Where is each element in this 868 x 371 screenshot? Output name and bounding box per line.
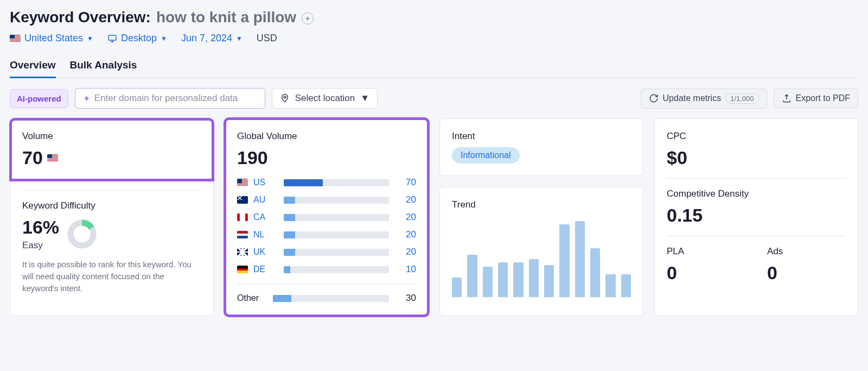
device-filter[interactable]: Desktop ▼ [107,33,167,44]
chevron-down-icon: ▼ [87,35,93,42]
gv-country-code: AU [253,195,278,205]
global-volume-label: Global Volume [237,131,416,142]
page-title-label: Keyword Overview: [10,9,151,26]
kd-level: Easy [22,240,59,251]
gv-row-au[interactable]: AU20 [237,194,416,205]
device-filter-label: Desktop [121,33,157,44]
gv-other-value: 30 [394,293,416,304]
kd-percent: 16% [22,217,59,238]
domain-input-group[interactable]: ✦ [75,88,265,109]
gv-bar [284,231,389,238]
intent-chip: Informational [452,147,520,164]
date-filter-label: Jun 7, 2024 [181,33,232,44]
gv-other-label: Other [237,293,267,303]
kd-donut-chart [67,219,97,249]
cpc-value: $0 [667,147,687,168]
trend-bar [498,262,508,297]
location-pin-icon [280,93,290,103]
gv-country-code: CA [253,212,278,222]
location-select-label: Select location [295,93,355,104]
gv-bar [284,249,389,256]
pla-label: PLA [667,246,745,257]
gv-row-de[interactable]: DE10 [237,264,416,275]
trend-bar [605,274,615,297]
update-metrics-label: Update metrics [663,93,722,103]
gv-value: 20 [394,212,416,223]
trend-bar [513,262,523,297]
global-volume-card: Global Volume 190 US70AU20CA20NL20UK20DE… [225,118,429,316]
gv-country-code: US [253,178,278,187]
gv-bar [284,197,389,204]
competitive-label: Competitive Density [667,188,846,199]
cpc-card: CPC $0 Competitive Density 0.15 PLA 0 Ad… [654,118,858,316]
flag-us-icon [237,179,248,186]
refresh-icon [649,93,659,103]
ads-label: Ads [767,246,846,257]
gv-value: 10 [394,264,416,275]
location-select[interactable]: Select location ▼ [272,88,378,109]
flag-au-icon [237,196,248,204]
intent-label: Intent [452,131,631,142]
country-filter[interactable]: United States ▼ [10,33,93,44]
volume-label: Volume [22,131,201,142]
trend-bar [559,224,569,297]
gv-country-code: DE [253,265,278,274]
gv-bar [284,266,389,273]
gv-row-us[interactable]: US70 [237,177,416,188]
flag-uk-icon [237,248,248,256]
gv-row-nl[interactable]: NL20 [237,229,416,240]
trend-chart [452,216,631,297]
gv-value: 20 [394,194,416,205]
trend-card: Trend [439,187,643,316]
export-pdf-label: Export to PDF [796,93,850,103]
trend-bar [575,221,585,297]
volume-value: 70 [22,147,43,168]
flag-ca-icon [237,213,248,221]
gv-country-code: NL [253,230,278,240]
trend-bar [483,267,493,297]
chevron-down-icon: ▼ [161,35,167,42]
gv-row-ca[interactable]: CA20 [237,212,416,223]
trend-bar [467,255,477,297]
trend-bar [544,265,554,297]
ai-badge: AI-powered [10,89,68,108]
country-filter-label: United States [24,33,83,44]
gv-row-other[interactable]: Other30 [237,293,416,304]
trend-bar [529,259,539,297]
flag-us-icon [47,154,58,162]
gv-bar [284,179,389,186]
domain-input[interactable] [94,93,257,104]
volume-kd-card: Volume 70 Keyword Difficulty 16% Easy It… [10,118,214,316]
competitive-value: 0.15 [667,205,703,226]
date-filter[interactable]: Jun 7, 2024 ▼ [181,33,242,44]
ads-value: 0 [767,262,777,284]
kd-description: It is quite possible to rank for this ke… [22,259,201,294]
svg-point-3 [284,96,286,98]
pla-value: 0 [667,262,677,284]
gv-value: 70 [394,177,416,188]
trend-bar [621,274,631,297]
cpc-label: CPC [667,131,846,142]
trend-bar [452,278,462,297]
svg-rect-0 [108,35,116,40]
update-metrics-count: 1/1,000 [725,93,758,104]
tab-bulk-analysis[interactable]: Bulk Analysis [70,56,137,78]
page-title-keyword: how to knit a pillow [156,9,296,26]
add-keyword-button[interactable]: + [302,12,314,24]
trend-bar [590,248,600,297]
update-metrics-button[interactable]: Update metrics 1/1,000 [641,89,767,109]
gv-value: 20 [394,247,416,257]
chevron-down-icon: ▼ [236,35,242,42]
chevron-down-icon: ▼ [360,93,369,104]
desktop-icon [107,34,117,43]
gv-country-code: UK [253,247,278,257]
gv-row-uk[interactable]: UK20 [237,247,416,257]
global-volume-value: 190 [237,147,268,168]
tab-overview[interactable]: Overview [10,56,56,78]
gv-bar [284,214,389,221]
flag-nl-icon [237,231,248,238]
export-icon [782,93,792,103]
gv-value: 20 [394,229,416,240]
flag-us-icon [10,35,21,42]
export-pdf-button[interactable]: Export to PDF [774,89,858,108]
